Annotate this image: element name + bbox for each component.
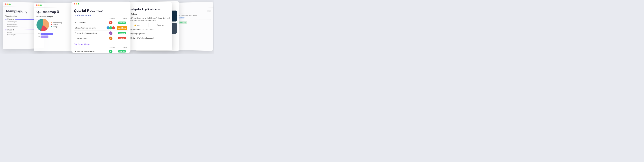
window-controls-q1 [36,4,42,6]
kanban-title-label: ttel [175,26,211,29]
dot-red-main [74,3,75,4]
dot-green-main [78,3,79,4]
like-label: Liken [137,24,140,26]
reply-author-nina: Nina [130,28,134,30]
dot-red-q1 [36,4,38,6]
kanban-tags: Vorbereitung [176,16,210,19]
section-current-heading: Laufender Monat [74,14,128,17]
status-badge-erledigt-2: Erledigt [118,32,126,34]
window-controls [5,3,11,5]
avatar-circle: R [109,50,112,53]
avatar-prototyp: R [106,49,116,53]
status-prototyp: Erledigt [116,49,128,53]
reply-content-nina: Großartig! Freue mich darauf. [134,28,155,30]
col-status: Status [116,18,128,20]
main-content: Quartal-Roadmap Laufender Monat Zuständi… [72,6,130,53]
kanban-status: Vorbereitung [175,21,211,24]
legend-dot-orange [51,22,52,23]
reply-maja: M Maja Super gemacht! [126,33,170,36]
table-row: Social-Media-Kampagne starten M Erledigt [74,31,128,36]
col-assignee-2: Zuständig [106,47,116,49]
reply-label: Antworten [157,24,164,26]
dot-green [9,3,10,5]
panel-right2: ··· / 1 nding · Abstimmung LPs + Minisit… [173,2,213,51]
scene: Teamplanung Teamiteration Phase A Anford… [0,0,214,54]
col-status-2: Status [116,47,128,49]
more-options-right2[interactable]: ··· [208,3,211,6]
comment-author: R Rafaela [126,12,170,16]
status-onboarding: In Bearbeitung [116,25,128,31]
kanban-card-text: nding · Abstimmung LPs + Minisite [176,14,210,16]
comment-title: Prototyp der App finalisieren [124,8,172,12]
status-seo: Erledigt [116,20,128,25]
table-row: Prototyp der App finalisieren R Erledigt [74,49,128,53]
dot-yellow [7,3,8,5]
current-tasks-table: Zuständig Status SEO-Recherche R Erledig… [74,18,128,41]
reply-text-norbert: Norbert @Rafaela wird gemacht! [130,37,154,39]
task-social: Social-Media-Kampagne starten [74,31,106,36]
next-tasks-table: Zuständig Status Prototyp der App finali… [74,47,128,53]
reply-author-maja: Maja [130,33,134,35]
reply-text-maja: Maja Super gemacht! [130,33,146,35]
avatar-social: M [105,31,116,36]
legend-label-inbearbeitung: In Bearbeitung [53,22,62,23]
bar-num-1: 30 [36,33,40,35]
avatar-circle: R [109,21,112,24]
like-icon: 👍 [134,24,136,26]
table-row: SEO-Recherche R Erledigt [74,20,128,25]
dot-green-q1 [40,4,42,6]
pie-chart [36,19,49,31]
more-options-right1[interactable]: ··· [174,3,176,5]
task-budget: Budget überprüfen [74,36,106,41]
task-onboarding: 30 neue Mitarbeiter onboarden [74,25,106,31]
table-row: Budget überprüfen N Blockiert [74,36,128,41]
table-row: 30 neue Mitarbeiter onboarden A B C In B… [74,25,128,31]
task-prototyp: Prototyp der App finalisieren [74,49,106,53]
comment-actions: 👍 Liken ↩ Antworten [126,23,170,27]
task-seo: SEO-Recherche [74,20,106,25]
panel-main-header [72,1,130,6]
avatar-circle: C [112,26,115,30]
legend-item-inbearbeitung: In Bearbeitung [51,22,62,23]
panel-comment: × ··· Prototyp der App finalisieren R Ra… [124,2,172,50]
legend-label-erledigt: Erledigt [53,26,58,27]
more-options-button[interactable]: ··· [168,4,170,6]
status-budget: Blockiert [116,36,128,41]
author-name: Rafaela [131,13,137,15]
comment-header: × ··· [124,2,172,8]
legend-label-blockiert: Blockiert [53,24,58,25]
avatar-group: A B C [106,26,115,30]
reply-button[interactable]: ↩ Antworten [148,23,170,27]
reply-text-nina: Nina Großartig! Freue mich darauf. [130,28,155,30]
dot-yellow-q1 [38,4,40,6]
progress-indicator: / 1 [207,10,211,12]
legend-item-blockiert: Blockiert [51,24,62,25]
dot-red [5,3,6,5]
panel-right2-header: ··· [173,2,213,8]
reply-nina: N Nina Großartig! Freue mich darauf. [126,28,170,32]
legend-dot-green [51,26,52,27]
avatar-seo: R [105,20,116,25]
dot-yellow-main [76,3,77,4]
legend-dot-red [51,24,52,25]
kanban-card-1: nding · Abstimmung LPs + Minisite Vorber… [175,13,211,20]
status-badge-blockiert: Blockiert [118,37,126,39]
reply-content-norbert: @Rafaela wird gemacht! [136,37,154,39]
col-assignee: Zuständig [105,18,116,20]
section-next-heading: Nächster Monat [74,43,128,46]
avatar-budget: N [105,36,116,41]
window-controls-main [74,3,79,4]
bar-2 [40,35,48,38]
status-badge-inbearbeitung: In Bearbeitung [117,26,127,30]
status-badge-erledigt: Erledigt [118,21,126,24]
bar-num-2: 20 [36,36,40,37]
comment-body: R Rafaela Hallo @Produktteam, hier ist d… [124,12,172,40]
status-badge-erledigt-3: Erledigt [118,50,126,53]
right2-content: / 1 nding · Abstimmung LPs + Minisite Vo… [173,7,213,31]
legend-item-erledigt: Erledigt [51,26,62,27]
avatar-onboarding: A B C [105,25,116,31]
legend: In Bearbeitung Blockiert Erledigt [51,22,62,28]
col-task-name-2 [74,47,106,49]
reply-author-norbert: Norbert [130,37,136,39]
reply-norbert: N Norbert @Rafaela wird gemacht! [126,37,170,40]
